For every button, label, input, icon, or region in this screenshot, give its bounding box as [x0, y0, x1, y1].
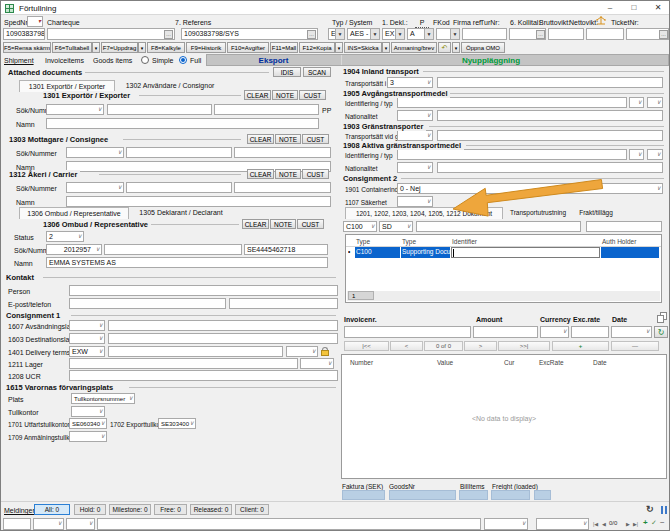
g1301-sok-dropdown[interactable]: ∨: [46, 104, 104, 115]
g1306-orgnr-field[interactable]: SE4445462718: [244, 244, 328, 255]
mini-nav-next[interactable]: ▶: [626, 521, 630, 527]
g1905-type-dropdown[interactable]: ∨: [629, 97, 644, 108]
g1303-clear-button[interactable]: CLEAR: [247, 134, 274, 144]
doc-row-type[interactable]: C100: [355, 247, 400, 258]
tab-transportutrustning[interactable]: Transportutrustning: [505, 207, 571, 219]
mini-nav-remove[interactable]: −: [660, 518, 665, 527]
g1306-clear-button[interactable]: CLEAR: [242, 219, 269, 229]
scan-button[interactable]: SCAN: [303, 67, 331, 77]
copy-icon[interactable]: [657, 312, 668, 323]
f11-mall-button[interactable]: F11=Mall: [270, 42, 298, 53]
invoice-add-button[interactable]: +: [552, 341, 609, 351]
f7-uppdrag-button[interactable]: F7=Uppdrag: [101, 42, 138, 53]
mini-nav-last[interactable]: ▶|: [633, 521, 638, 527]
tab-1306-ombud[interactable]: 1306 Ombud / Representative: [19, 207, 129, 219]
f1709-dropdown[interactable]: ∨: [69, 431, 107, 442]
t-inland-field[interactable]: [437, 77, 663, 88]
g1908-nat-field[interactable]: [437, 162, 663, 173]
refresh-invoice-icon[interactable]: ↻: [654, 326, 668, 338]
turnr-lookup-button[interactable]: …: [536, 30, 545, 39]
doc-identifier-field[interactable]: [416, 221, 581, 232]
person-field[interactable]: [69, 285, 338, 296]
mini-nav-first[interactable]: |◀: [593, 521, 598, 527]
g1306-sok-dropdown[interactable]: 2012957∨: [46, 244, 102, 255]
radio-full[interactable]: [179, 56, 187, 64]
spednr-field[interactable]: 1090383798: [3, 28, 45, 40]
referens-field[interactable]: 1090383798/SYS: [181, 28, 318, 40]
g1905-nat-dropdown[interactable]: ∨: [397, 110, 433, 121]
f1607-dropdown[interactable]: ∨: [69, 320, 105, 331]
g1306-cust-button[interactable]: CUST: [297, 219, 324, 229]
g1905-type2-dropdown[interactable]: ∨: [647, 97, 663, 108]
g1301-namn-field[interactable]: [46, 118, 319, 129]
g1908-nat-dropdown[interactable]: ∨: [397, 162, 433, 173]
tab-frakt-tillagg[interactable]: Frakt/tillägg: [573, 207, 619, 219]
filter-milestone-button[interactable]: Milestone: 0: [109, 504, 151, 515]
f12-kopia-button[interactable]: F12=Kopia: [299, 42, 335, 53]
message-code-field[interactable]: [3, 518, 31, 530]
ticket-lookup-button[interactable]: …: [659, 30, 668, 39]
f1702-dropdown[interactable]: SE303400∨: [158, 418, 196, 429]
close-button[interactable]: ✕: [647, 1, 669, 15]
g1303-sok-dropdown[interactable]: ∨: [66, 147, 124, 158]
doc-row-authholder[interactable]: [601, 247, 659, 258]
g1301-orgnr-field[interactable]: [214, 104, 319, 115]
spednr-dropdown[interactable]: ▾: [27, 16, 43, 27]
brutto-field[interactable]: [586, 28, 624, 40]
message-option2-dropdown[interactable]: ∨: [536, 518, 589, 530]
g1306-namn-field[interactable]: EMMA SYSTEMS AS: [46, 257, 328, 268]
g1301-clear-button[interactable]: CLEAR: [244, 90, 271, 100]
filter-all-button[interactable]: All: 0: [34, 504, 70, 515]
f1603-field[interactable]: [108, 333, 338, 344]
dekl-code-dropdown[interactable]: EX▼: [382, 28, 405, 40]
filter-released-button[interactable]: Released: 0: [190, 504, 232, 515]
g1312-sok-dropdown[interactable]: ∨: [66, 182, 124, 193]
t-inland-dropdown[interactable]: 3∨: [387, 77, 433, 88]
f1211-dropdown[interactable]: ∨: [300, 358, 334, 369]
invoice-nav-first[interactable]: |<<: [344, 341, 389, 351]
g1306-status-dropdown[interactable]: 2∨: [46, 231, 84, 242]
g1303-note-button[interactable]: NOTE: [275, 134, 301, 144]
firma-ref-field[interactable]: [462, 28, 507, 40]
g1312-clear-button[interactable]: CLEAR: [247, 169, 274, 179]
invoice-remove-button[interactable]: —: [611, 341, 659, 351]
message-type-dropdown[interactable]: ∨: [33, 518, 64, 530]
doc-type-dropdown[interactable]: C100∨: [343, 221, 377, 232]
filter-hold-button[interactable]: Hold: 0: [74, 504, 106, 515]
g1312-cust-button[interactable]: CUST: [302, 169, 329, 179]
f8-kalkyle-button[interactable]: F8=Kalkyle: [147, 42, 185, 53]
t-grans-field[interactable]: [437, 130, 663, 141]
invoice-nav-prev[interactable]: <: [390, 341, 423, 351]
filter-free-button[interactable]: Free: 0: [154, 504, 187, 515]
doc-authholder-field[interactable]: [586, 221, 662, 232]
pause-icon[interactable]: [661, 506, 668, 514]
g1301-note-button[interactable]: NOTE: [272, 90, 298, 100]
oppna-omo-button[interactable]: Öppna OMO: [461, 42, 505, 53]
telefon-field[interactable]: [229, 298, 338, 309]
invoice-nav-last[interactable]: >>|: [498, 341, 550, 351]
f1401-extra-dropdown[interactable]: ∨: [286, 346, 318, 357]
tab-shipment[interactable]: Shipment: [4, 56, 34, 65]
tab-invoiceitems[interactable]: Invoiceitems: [45, 56, 84, 65]
extra-code-dropdown[interactable]: ▼: [436, 28, 460, 40]
tab-goods-items[interactable]: Goods items: [93, 56, 132, 65]
f1107-dropdown[interactable]: ∨: [397, 196, 433, 207]
g1312-number-field[interactable]: [126, 182, 232, 193]
refresh-icon[interactable]: ↻: [646, 504, 654, 514]
tab-1305-deklarant[interactable]: 1305 Deklarant / Declarant: [131, 207, 231, 219]
doc-row-type2[interactable]: Supporting Docum...: [401, 247, 450, 258]
typ-dropdown[interactable]: E▼: [328, 28, 345, 40]
f6-tulltabell-button[interactable]: F6=Tulltabell: [52, 42, 92, 53]
epost-field[interactable]: [69, 298, 226, 309]
minimize-button[interactable]: –: [599, 1, 621, 15]
f1401-field[interactable]: [108, 346, 283, 357]
g1301-cust-button[interactable]: CUST: [299, 90, 326, 100]
radio-simple[interactable]: [141, 56, 149, 64]
g1312-orgnr-field[interactable]: [234, 182, 331, 193]
idis-button[interactable]: IDIS: [273, 67, 301, 77]
date-dropdown[interactable]: ∨: [611, 326, 652, 338]
f12-dropdown-button[interactable]: ▾: [335, 42, 343, 53]
charteque-field[interactable]: [47, 28, 175, 40]
g1905-nat-field[interactable]: [437, 110, 663, 121]
f7-dropdown-button[interactable]: ▾: [138, 42, 146, 53]
